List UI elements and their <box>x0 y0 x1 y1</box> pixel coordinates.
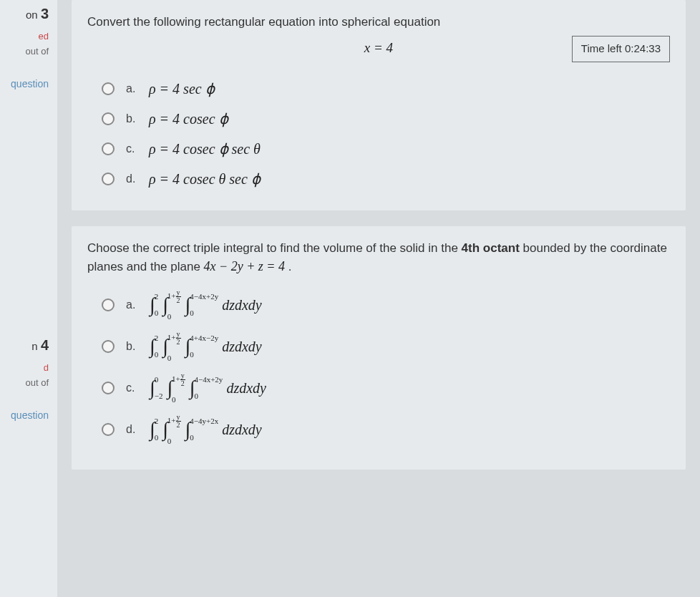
question-number: on 3 <box>3 6 54 22</box>
option-math: ∫20 ∫1+y20 ∫4−4y+2x0 dzdxdy <box>149 418 262 441</box>
option-b[interactable]: b. ∫20 ∫1+y20 ∫4+4x−2y0 dzdxdy <box>102 332 670 361</box>
marks-label: out of <box>3 46 54 57</box>
option-math: ∫20 ∫1+y20 ∫4+4x−2y0 dzdxdy <box>149 335 262 358</box>
option-math: ρ = 4 cosec θ sec ϕ <box>149 170 261 188</box>
question-prefix: on <box>26 9 38 21</box>
radio-icon[interactable] <box>102 142 115 155</box>
sidebar-question-3: on 3 ed out of question <box>0 0 57 95</box>
question-stem: Choose the correct triple integral to fi… <box>87 239 670 277</box>
option-d[interactable]: d. ρ = 4 cosec θ sec ϕ <box>102 168 670 190</box>
option-label: c. <box>126 142 139 155</box>
marks-label: out of <box>3 377 54 388</box>
differentials: dzdxdy <box>222 422 262 438</box>
stem-period: . <box>285 260 291 273</box>
option-math: ∫0−2 ∫1+y20 ∫4−4x+2y0 dzdxdy <box>149 377 266 399</box>
option-c[interactable]: c. ∫0−2 ∫1+y20 ∫4−4x+2y0 dzdxdy <box>102 374 670 402</box>
main-content: Convert the following rectangular equati… <box>57 0 700 597</box>
question-4-block: Choose the correct triple integral to fi… <box>72 226 686 470</box>
flag-question-link[interactable]: question <box>3 78 54 89</box>
stem-text-1: Choose the correct triple integral to fi… <box>87 241 462 255</box>
option-math: ρ = 4 sec ϕ <box>149 80 215 97</box>
equation-text: x = 4 <box>364 40 393 55</box>
differentials: dzdxdy <box>222 339 262 355</box>
answer-options: a. ∫20 ∫1+y20 ∫4−4x+2y0 dzdxdy b. ∫20 ∫1… <box>102 291 670 444</box>
sidebar-question-4: n 4 d out of question <box>0 331 57 427</box>
radio-icon[interactable] <box>102 298 115 311</box>
radio-icon[interactable] <box>102 82 115 95</box>
question-number-value: 3 <box>41 6 49 21</box>
option-math: ∫20 ∫1+y20 ∫4−4x+2y0 dzdxdy <box>149 293 262 316</box>
option-a[interactable]: a. ∫20 ∫1+y20 ∫4−4x+2y0 dzdxdy <box>102 291 670 319</box>
question-number-value: 4 <box>41 337 49 353</box>
question-nav-sidebar: on 3 ed out of question n 4 d out of que… <box>0 0 57 597</box>
answer-status: d <box>3 362 54 373</box>
radio-icon[interactable] <box>102 382 115 394</box>
option-d[interactable]: d. ∫20 ∫1+y20 ∫4−4y+2x0 dzdxdy <box>102 415 670 444</box>
question-number: n 4 <box>3 337 54 354</box>
option-label: b. <box>126 340 139 353</box>
answer-status: ed <box>3 31 54 42</box>
option-c[interactable]: c. ρ = 4 cosec ϕ sec θ <box>102 137 670 160</box>
option-label: b. <box>126 112 139 125</box>
stem-text: Convert the following rectangular equati… <box>87 15 440 29</box>
option-label: a. <box>126 82 139 95</box>
differentials: dzdxdy <box>226 380 266 397</box>
option-math: ρ = 4 cosec ϕ sec θ <box>149 140 261 157</box>
option-label: a. <box>126 298 139 311</box>
option-math: ρ = 4 cosec ϕ <box>149 110 228 127</box>
radio-icon[interactable] <box>102 112 115 125</box>
flag-question-link[interactable]: question <box>3 409 54 421</box>
quiz-timer: Time left 0:24:33 <box>572 36 670 62</box>
question-stem: Convert the following rectangular equati… <box>87 13 670 31</box>
radio-icon[interactable] <box>102 340 115 353</box>
question-3-block: Convert the following rectangular equati… <box>72 0 686 210</box>
plane-equation: 4x − 2y + z = 4 <box>204 257 285 276</box>
option-label: d. <box>126 423 139 436</box>
option-label: c. <box>126 382 139 394</box>
stem-bold: 4th octant <box>462 241 520 255</box>
question-prefix: n <box>31 340 37 352</box>
option-a[interactable]: a. ρ = 4 sec ϕ <box>102 77 670 100</box>
differentials: dzdxdy <box>222 297 262 314</box>
radio-icon[interactable] <box>102 173 115 185</box>
radio-icon[interactable] <box>102 423 115 436</box>
answer-options: a. ρ = 4 sec ϕ b. ρ = 4 cosec ϕ c. ρ = 4… <box>102 77 670 190</box>
option-b[interactable]: b. ρ = 4 cosec ϕ <box>102 107 670 130</box>
option-label: d. <box>126 173 139 185</box>
